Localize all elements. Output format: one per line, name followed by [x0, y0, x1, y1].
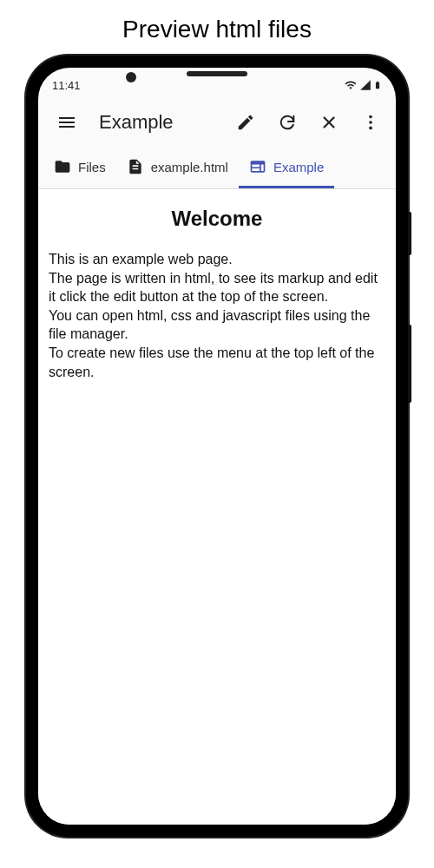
- battery-icon: [373, 78, 382, 92]
- tab-label: example.html: [151, 160, 228, 174]
- svg-point-2: [369, 127, 372, 130]
- refresh-button[interactable]: [271, 106, 304, 139]
- phone-frame: 11:41 Example: [26, 56, 408, 837]
- close-icon: [319, 113, 339, 132]
- phone-side-button: [408, 212, 411, 255]
- content-heading: Welcome: [49, 207, 385, 231]
- signal-icon: [359, 79, 372, 91]
- tab-label: Files: [78, 160, 106, 174]
- camera-dot: [126, 72, 136, 82]
- tab-preview[interactable]: Example: [239, 148, 334, 188]
- pencil-icon: [236, 113, 255, 132]
- content-body: This is an example web page. The page is…: [49, 250, 385, 381]
- phone-side-button: [408, 325, 411, 403]
- folder-icon: [54, 158, 71, 175]
- page-caption: Preview html files: [0, 0, 434, 56]
- overflow-button[interactable]: [354, 106, 387, 139]
- web-icon: [249, 158, 266, 175]
- edit-button[interactable]: [229, 106, 262, 139]
- status-time: 11:41: [52, 79, 81, 92]
- file-icon: [127, 158, 144, 175]
- hamburger-icon: [56, 112, 77, 133]
- phone-screen: 11:41 Example: [38, 68, 396, 825]
- app-title: Example: [99, 111, 174, 134]
- close-button[interactable]: [312, 106, 345, 139]
- tab-files[interactable]: Files: [43, 148, 116, 188]
- phone-notch: [187, 71, 247, 76]
- svg-point-1: [369, 121, 372, 124]
- wifi-icon: [344, 79, 358, 91]
- speaker-slot: [187, 71, 247, 76]
- status-icons: [344, 78, 382, 92]
- menu-button[interactable]: [50, 106, 83, 139]
- app-bar: Example: [38, 97, 396, 148]
- status-bar: 11:41: [38, 73, 396, 97]
- tab-label: Example: [273, 160, 324, 174]
- tab-file-example-html[interactable]: example.html: [116, 148, 239, 188]
- svg-point-0: [369, 115, 372, 119]
- more-vert-icon: [361, 113, 380, 132]
- refresh-icon: [278, 113, 297, 132]
- preview-content: Welcome This is an example web page. The…: [38, 189, 396, 825]
- tab-bar: Files example.html Example: [38, 148, 396, 189]
